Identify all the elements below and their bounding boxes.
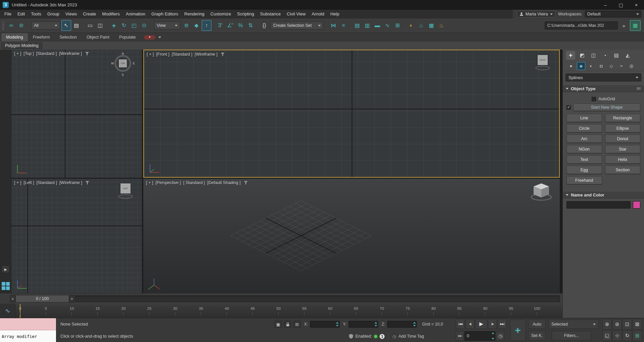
go-to-end-button[interactable]: ▶▶| [498, 319, 507, 329]
object-type-rollout-header[interactable]: Object Type [563, 85, 644, 92]
space-warps-category-icon[interactable]: ≈ [617, 62, 626, 70]
macro-recorder-line[interactable] [0, 318, 56, 330]
viewport-pov-menu[interactable]: [Front ] [156, 52, 169, 57]
listener-line[interactable]: Array modifier [0, 330, 56, 342]
object-color-swatch[interactable] [633, 201, 640, 209]
spline-type-dropdown[interactable]: Splines [565, 73, 641, 81]
utilities-tab[interactable]: ◭ [623, 51, 632, 60]
menu-create[interactable]: Create [80, 10, 99, 18]
unlink-selection-icon[interactable]: ⊘ [16, 20, 26, 31]
menu-modifiers[interactable]: Modifiers [99, 10, 123, 18]
viewport-shading-menu[interactable]: [Wireframe ] [59, 51, 82, 56]
display-settings-icon[interactable]: ▦ [630, 20, 641, 31]
angle-snap-icon[interactable]: ∠∩ [226, 20, 235, 31]
hierarchy-tab[interactable]: ◫ [589, 51, 598, 60]
viewport-standard-menu[interactable]: [Standard ] [172, 52, 192, 57]
spinner-icon[interactable] [375, 322, 377, 327]
ribbon-tab-freeform[interactable]: Freeform [28, 33, 55, 41]
go-to-start-button[interactable]: |◀◀ [456, 319, 465, 329]
time-configuration-button[interactable]: ◷ [496, 331, 505, 341]
create-tab[interactable]: + [566, 51, 575, 60]
toggle-layer-explorer-icon[interactable]: ▥ [362, 20, 372, 31]
polygon-modeling-panel-button[interactable]: Polygon Modeling [1, 42, 42, 49]
z-coordinate-field[interactable] [387, 321, 417, 328]
pan-view-button[interactable]: ⊹ [612, 330, 622, 341]
autogrid-checkbox[interactable] [592, 97, 596, 101]
selection-filter-dropdown[interactable]: All [31, 21, 60, 30]
mirror-icon[interactable]: ⋈ [329, 20, 338, 31]
reference-coordinate-system-dropdown[interactable]: View [154, 21, 180, 30]
menu-group[interactable]: Group [44, 10, 62, 18]
lights-category-icon[interactable]: ◐ [587, 62, 595, 70]
select-and-link-icon[interactable]: ∞ [6, 20, 16, 31]
zoom-all-button[interactable]: ⊚ [612, 319, 622, 330]
toggle-scene-explorer-icon[interactable]: ▤ [352, 20, 362, 31]
object-name-input[interactable] [566, 201, 631, 209]
current-frame-field[interactable]: 0 [464, 331, 495, 341]
close-button[interactable]: × [629, 0, 644, 10]
viewport-shading-menu[interactable]: [Default Shading ] [207, 180, 241, 185]
time-tag-icon[interactable]: ◷ [392, 334, 396, 339]
workspace-dropdown[interactable]: Default [585, 11, 641, 17]
set-key-mode-button[interactable]: Set K. [528, 331, 546, 340]
viewport-perspective[interactable]: [ + ] [Perspective ] [ Standard ] [Defau… [143, 179, 560, 293]
snaps-toggle-icon[interactable]: 3∩ [215, 20, 225, 31]
percent-snap-icon[interactable]: % [236, 20, 245, 31]
schematic-view-icon[interactable]: ⊞ [393, 20, 402, 31]
next-frame-arrow-button[interactable]: > [69, 295, 75, 302]
viewcube-ring[interactable] [118, 194, 133, 199]
menu-graph-editors[interactable]: Graph Editors [148, 10, 181, 18]
shape-circle-button[interactable]: Circle [566, 124, 602, 132]
menu-substance[interactable]: Substance [257, 10, 284, 18]
systems-category-icon[interactable]: ◎ [627, 62, 636, 70]
menu-file[interactable]: File [1, 10, 14, 18]
viewport-filter-icon[interactable] [244, 181, 248, 184]
zoom-extents-all-button[interactable]: ⊠ [633, 319, 642, 330]
viewport-general-menu[interactable]: [ + ] [14, 180, 21, 185]
menu-views[interactable]: Views [62, 10, 80, 18]
auto-key-button[interactable]: Auto [528, 320, 546, 329]
play-animation-button[interactable]: ▶ [475, 319, 487, 329]
curve-editor-icon[interactable]: ∿ [383, 20, 392, 31]
project-folder-field[interactable]: C:\Users\marta...s\3ds Max 202 [545, 21, 618, 30]
viewport-shading-menu[interactable]: [Wireframe ] [195, 52, 217, 57]
viewcube[interactable]: LEFT [118, 183, 133, 200]
shape-line-button[interactable]: Line [566, 114, 602, 122]
name-color-rollout-header[interactable]: Name and Color [563, 191, 644, 198]
shape-egg-button[interactable]: Egg [566, 166, 602, 174]
create-selection-set-dropdown[interactable]: Create Selection Set [270, 21, 324, 30]
viewport-general-menu[interactable]: [ + ] [147, 52, 154, 57]
display-tab[interactable]: ▤ [612, 51, 621, 60]
viewport-pov-menu[interactable]: [Perspective ] [155, 180, 181, 185]
timeline-ruler[interactable]: 0510152025303540455055606570758085909510… [15, 304, 562, 318]
shape-text-button[interactable]: Text [566, 156, 602, 164]
material-editor-icon[interactable]: ◐ [406, 20, 416, 31]
viewport-general-menu[interactable]: [ + ] [146, 180, 153, 185]
set-keys-button[interactable]: + [510, 320, 526, 341]
add-time-tag[interactable]: Add Time Tag [398, 334, 424, 339]
ribbon-tab-object-paint[interactable]: Object Paint [82, 33, 114, 41]
open-mini-curve-editor-button[interactable]: ∿ [0, 304, 15, 318]
menu-edit[interactable]: Edit [14, 10, 28, 18]
align-icon[interactable]: ≡ [339, 20, 348, 31]
start-new-shape-checkbox[interactable] [566, 105, 571, 110]
absolute-mode-icon[interactable]: ⊞ [293, 321, 301, 328]
viewcube[interactable]: FRONT [535, 54, 550, 72]
keyboard-shortcut-override-icon[interactable]: ↑ [202, 20, 211, 31]
maximize-button[interactable]: ▢ [613, 0, 629, 10]
spinner-icon[interactable] [336, 322, 339, 327]
shape-rectangle-button[interactable]: Rectangle [605, 114, 641, 122]
spinner-icon[interactable] [413, 322, 416, 327]
use-pivot-point-center-icon[interactable]: ⊚ [182, 20, 191, 31]
previous-frame-arrow-button[interactable]: < [10, 295, 15, 302]
rendered-frame-window-icon[interactable]: ▦ [427, 20, 436, 31]
shape-star-button[interactable]: Star [605, 145, 641, 153]
viewcube[interactable]: TOP N S W E [113, 54, 135, 75]
shape-helix-button[interactable]: Helix [605, 156, 641, 164]
next-frame-button[interactable]: |▶ [488, 319, 497, 329]
shield-icon[interactable] [349, 334, 353, 339]
viewport-layout-tab-icon[interactable] [1, 282, 10, 290]
select-and-scale-icon[interactable]: ◰ [129, 20, 139, 31]
menu-tools[interactable]: Tools [28, 10, 44, 18]
viewport-standard-menu[interactable]: [Standard ] [36, 180, 57, 185]
